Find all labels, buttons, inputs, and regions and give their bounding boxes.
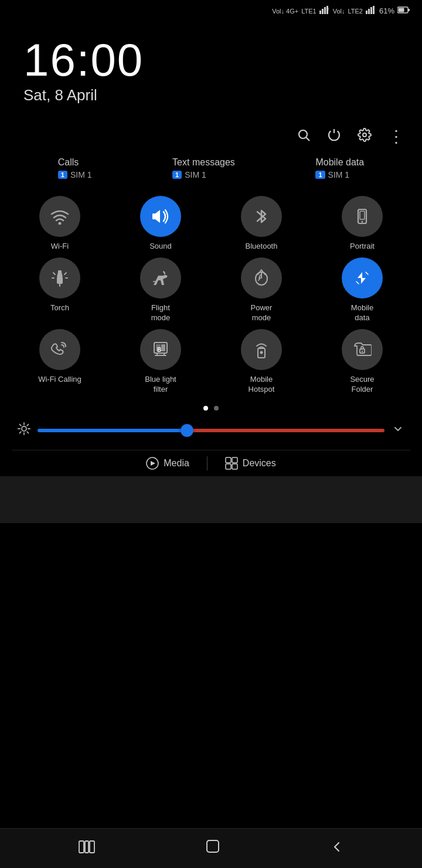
settings-icon[interactable] — [358, 128, 372, 145]
texts-sim-label: SIM 1 — [185, 170, 206, 179]
flight-mode-label: Flightmode — [151, 303, 171, 323]
vol-lte1-indicator: Vol↓ 4G+ — [272, 8, 298, 15]
svg-rect-5 — [366, 11, 367, 14]
media-button[interactable]: Media — [146, 457, 189, 470]
quick-settings-panel: ⋮ Calls 1 SIM 1 Text messages 1 SIM 1 Mo… — [0, 128, 422, 476]
toggle-mobile-hotspot[interactable]: MobileHotspot — [213, 329, 309, 395]
brightness-expand-icon[interactable] — [392, 422, 404, 438]
calls-sim-label: SIM 1 — [70, 170, 92, 179]
qs-top-icons: ⋮ — [12, 128, 410, 157]
clock-section: 16:00 Sat, 8 April — [0, 19, 422, 110]
svg-point-12 — [299, 130, 307, 138]
more-icon[interactable]: ⋮ — [388, 128, 404, 145]
media-devices-row: Media Devices — [12, 450, 410, 476]
brightness-icon — [18, 422, 30, 438]
svg-rect-7 — [370, 7, 372, 14]
signal2-icon — [366, 6, 376, 16]
power-mode-circle — [241, 257, 282, 299]
toggle-grid: Wi-Fi Sound Bluetooth — [12, 196, 410, 394]
wifi-label: Wi-Fi — [51, 242, 69, 252]
data-sim-item[interactable]: Mobile data 1 SIM 1 — [315, 157, 364, 179]
blue-light-circle: B — [140, 329, 181, 370]
devices-button[interactable]: Devices — [225, 457, 276, 470]
media-label: Media — [164, 458, 189, 469]
svg-rect-8 — [373, 6, 375, 14]
svg-point-18 — [362, 221, 363, 223]
texts-sim-item[interactable]: Text messages 1 SIM 1 — [172, 157, 235, 179]
data-label: Mobile data — [315, 157, 364, 168]
toggle-mobile-data[interactable]: Mobiledata — [314, 257, 410, 323]
svg-rect-19 — [57, 277, 63, 284]
home-button[interactable] — [205, 838, 221, 859]
svg-rect-44 — [232, 464, 237, 469]
svg-text:B: B — [157, 347, 161, 353]
status-bar: Vol↓ 4G+ LTE1 ↑↓ Vol↓ LTE2 61% — [0, 0, 422, 19]
brightness-track — [38, 429, 384, 432]
power-icon[interactable] — [327, 128, 341, 145]
battery-icon — [397, 6, 410, 16]
data-sim-number: 1 — [315, 171, 325, 179]
svg-rect-46 — [85, 841, 89, 853]
battery-percentage: 61% — [379, 6, 394, 15]
secure-folder-circle — [342, 329, 383, 370]
calls-sim-item[interactable]: Calls 1 SIM 1 — [58, 157, 92, 179]
toggle-power-mode[interactable]: Powermode — [213, 257, 309, 323]
toggle-portrait[interactable]: Portrait — [314, 196, 410, 252]
svg-text:↑↓: ↑↓ — [328, 7, 330, 11]
svg-rect-1 — [322, 9, 324, 14]
svg-rect-48 — [207, 840, 219, 852]
data-sim-badge: 1 SIM 1 — [315, 170, 349, 179]
svg-rect-6 — [368, 9, 370, 14]
brightness-thumb — [181, 424, 193, 437]
toggle-wifi-calling[interactable]: Wi-Fi Calling — [12, 329, 108, 395]
back-button[interactable] — [331, 839, 343, 857]
secure-folder-label: SecureFolder — [350, 375, 374, 395]
signal1-icon: ↑↓ — [319, 6, 330, 16]
torch-circle — [39, 257, 80, 299]
toggle-torch[interactable]: Torch — [12, 257, 108, 323]
page-dot-1[interactable] — [203, 406, 208, 411]
sound-circle — [140, 196, 181, 237]
svg-rect-0 — [319, 11, 321, 14]
svg-rect-11 — [399, 8, 404, 12]
calls-label: Calls — [58, 157, 79, 168]
svg-point-31 — [22, 426, 26, 431]
svg-point-15 — [59, 222, 62, 225]
page-dots — [12, 406, 410, 411]
recent-apps-button[interactable] — [79, 839, 95, 857]
svg-rect-25 — [161, 344, 165, 351]
toggle-sound[interactable]: Sound — [113, 196, 209, 252]
clock-time: 16:00 — [23, 37, 399, 83]
brightness-slider[interactable] — [38, 429, 384, 432]
app-preview — [0, 476, 422, 523]
toggle-bluetooth[interactable]: Bluetooth — [213, 196, 309, 252]
svg-line-39 — [20, 432, 21, 433]
toggle-wifi[interactable]: Wi-Fi — [12, 196, 108, 252]
portrait-label: Portrait — [350, 242, 375, 252]
page-dot-2[interactable] — [214, 406, 219, 411]
lte1-label: LTE1 — [301, 8, 316, 15]
svg-rect-17 — [360, 211, 365, 219]
status-icons: Vol↓ 4G+ LTE1 ↑↓ Vol↓ LTE2 61% — [272, 6, 410, 16]
sound-label: Sound — [149, 242, 172, 252]
brightness-row — [12, 422, 410, 438]
calls-sim-badge: 1 SIM 1 — [58, 170, 92, 179]
svg-rect-47 — [90, 841, 94, 853]
svg-rect-10 — [408, 9, 410, 11]
mobile-hotspot-label: MobileHotspot — [249, 375, 275, 395]
toggle-flight-mode[interactable]: Flightmode — [113, 257, 209, 323]
sim-row: Calls 1 SIM 1 Text messages 1 SIM 1 Mobi… — [12, 157, 410, 179]
toggle-blue-light[interactable]: B Blue lightfilter — [113, 329, 209, 395]
wifi-circle — [39, 196, 80, 237]
torch-label: Torch — [50, 303, 69, 313]
mobile-data-circle — [342, 257, 383, 299]
texts-sim-badge: 1 SIM 1 — [172, 170, 206, 179]
svg-point-30 — [362, 350, 363, 351]
svg-line-36 — [20, 425, 21, 426]
svg-rect-45 — [79, 841, 84, 853]
svg-line-38 — [27, 425, 28, 426]
toggle-secure-folder[interactable]: SecureFolder — [314, 329, 410, 395]
media-divider — [207, 456, 207, 470]
clock-date: Sat, 8 April — [23, 86, 399, 104]
search-icon[interactable] — [297, 128, 311, 145]
